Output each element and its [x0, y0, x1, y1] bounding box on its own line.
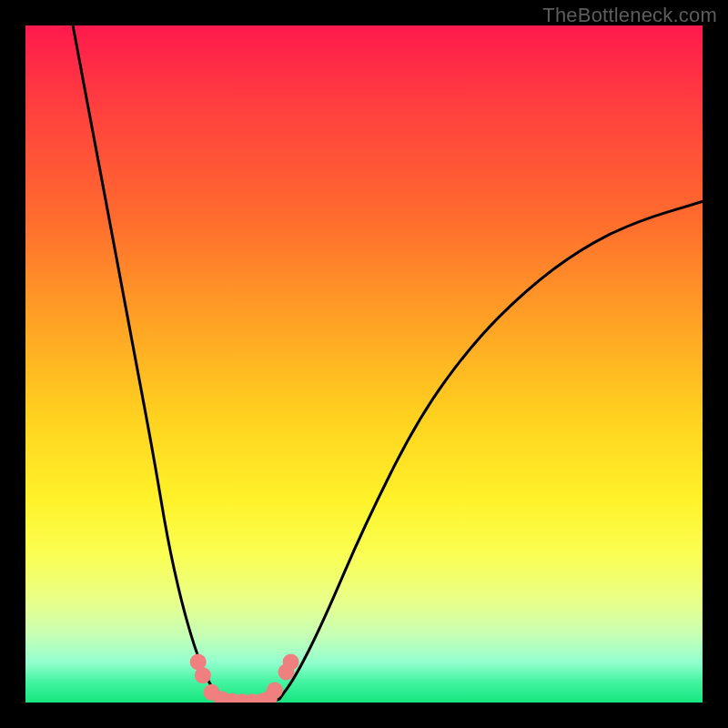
bottleneck-curve	[73, 25, 703, 703]
plot-area	[25, 25, 703, 703]
chart-frame: TheBottleneck.com	[0, 0, 728, 728]
marker-dot	[195, 667, 211, 683]
watermark-text: TheBottleneck.com	[542, 4, 717, 27]
marker-dot	[267, 682, 283, 699]
curve-layer	[25, 25, 703, 703]
marker-dot	[283, 653, 299, 670]
curve-path	[73, 25, 703, 703]
